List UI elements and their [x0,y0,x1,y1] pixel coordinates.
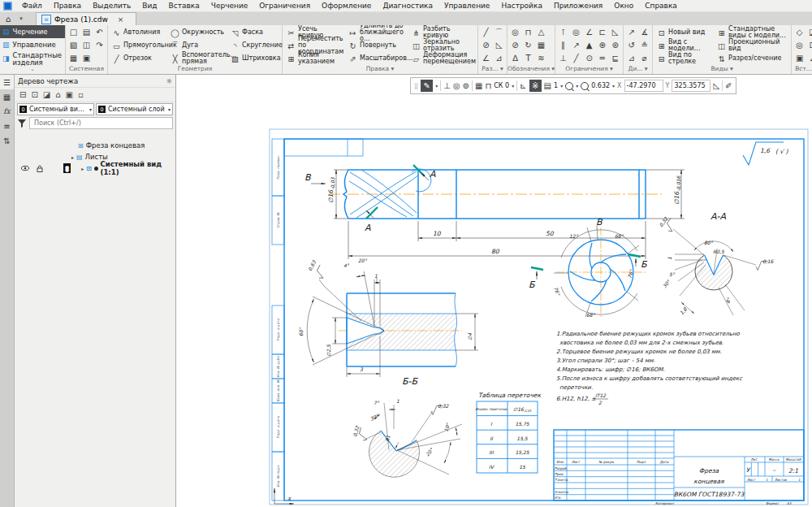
section-view-button[interactable]: ⇅Разрез/сечение [715,52,789,65]
coordinate-system-icon[interactable]: ⊓ [485,81,491,90]
layers-panel-icon[interactable]: ≡ [0,119,14,133]
mode-management[interactable]: ▥ Управление [0,38,65,51]
angle-20[interactable]: 20° [358,258,368,263]
layer-dropdown-icon[interactable]: ▾ [560,83,563,89]
roughness-032-right[interactable]: 0,32 [438,403,450,409]
current-layer-dropdown[interactable]: 0 Системный слой ▾ [96,103,173,115]
print-icon[interactable]: ▤ [80,26,93,38]
move-by-coords-button[interactable]: ⇄Переместить по координатам [284,39,346,52]
equal-length-icon[interactable]: = [596,52,608,64]
angle-7[interactable]: 7° [374,400,380,405]
projection-view-button[interactable]: ◫Проекционный вид [715,39,789,52]
tech-req-line[interactable]: 2.Торцевое биение режущих кромок не боле… [556,349,722,355]
snap-toggle-icon[interactable]: ※ [529,80,542,92]
deform-button[interactable]: ▱Деформация перемещением [409,52,476,65]
dim-1[interactable]: 1 [396,398,400,404]
regrind-row-value[interactable]: 15,75 [515,421,529,427]
fix-circle-icon[interactable]: ⊙ [583,52,595,64]
menu-view[interactable]: Вид [136,2,162,10]
autoline-button[interactable]: ∿Автолиния [110,26,168,39]
open-document-icon[interactable]: ▧ [67,39,80,51]
save-icon[interactable]: ▦ [67,52,80,64]
menu-constraints[interactable]: Ограничения [253,2,316,10]
tech-req-line[interactable]: хвостовика не более 0,03 мм для 2-х смеж… [559,340,723,346]
scale-button[interactable]: ⇗Масштабиров... [346,52,409,65]
view-from-model-button[interactable]: ⊞Вид с модели... [654,39,715,52]
app-logo-icon[interactable] [3,2,12,11]
roughness-parenthesis[interactable]: ( √ ) [775,148,788,155]
tech-req-line[interactable]: 4.Маркировать: шифр; ∅16; ВК6ОМ. [556,366,665,373]
angle-5[interactable]: 5° [669,271,676,277]
parallel-icon[interactable]: ∥ [557,39,569,51]
dim-1[interactable]: 1 [374,273,378,279]
snap-perpendicular-icon[interactable]: ⊥ [443,81,451,90]
angle-60[interactable]: 60° [298,327,304,336]
middle-point-icon[interactable]: ⊛ [609,39,621,51]
variables-panel-icon[interactable]: fx [0,104,14,119]
menu-applications[interactable]: Приложения [548,2,608,10]
new-view-button[interactable]: ⊡Новый вид [654,26,715,39]
tree-panel-icon[interactable]: ☰ [0,75,14,89]
insert-detail-icon[interactable]: ⊿ [806,52,812,64]
check-overlap-icon[interactable]: ≗ [638,39,650,51]
zoom-value-dropdown-icon[interactable]: ▾ [612,83,615,89]
axis-icon[interactable]: △ [535,26,547,38]
mode-chevron-icon[interactable]: ⌄ [0,67,65,73]
part-name-line2[interactable]: концевая [693,478,724,485]
chamfer-button[interactable]: ◹Фаска [228,26,280,39]
tree-item-system-view[interactable]: ●● ▸ ⊡ Системный вид (1:1) [15,162,175,174]
tree-filter-insert-icon[interactable]: ▣ [66,90,73,99]
rectangle-button[interactable]: ▭Прямоугольник [110,39,168,52]
section-label-a[interactable]: А [430,169,436,180]
regrind-col1-header[interactable]: Индекс переточки [476,407,508,411]
current-layer-value[interactable]: 1 [554,82,558,89]
change-order-icon[interactable]: ⇅ [0,133,14,148]
cs-dropdown-icon[interactable]: ▾ [512,83,514,89]
insert-view-icon[interactable]: ◎ [793,39,806,51]
equal-radius-icon[interactable]: ⊕ [596,39,608,51]
new-document-icon[interactable]: □ [67,26,80,38]
insert-fragment-icon[interactable]: ◇ [793,26,806,38]
insert-picture-icon[interactable]: ▣ [793,52,806,64]
tech-req-line[interactable]: 5.После износа к шифру добавлять соответ… [556,375,743,382]
menu-management[interactable]: Управление [438,2,495,10]
segment-button[interactable]: ╱Отрезок [110,52,168,65]
menu-window[interactable]: Окно [608,2,639,10]
section-aa-title[interactable]: А-А [710,211,726,222]
fix-point-icon[interactable]: ▲ [583,39,595,51]
zoom-scale-icon[interactable] [581,82,589,90]
measure-diameter-icon[interactable]: ⌀ [638,52,650,64]
tree-filter-macro-icon[interactable]: ⌂ [55,90,60,99]
leader-icon[interactable]: ∆ [509,52,521,64]
redo-icon[interactable]: ↷ [93,39,106,51]
visibility-eye-icon[interactable] [21,165,29,171]
construction-line-button[interactable]: ╳Вспомогатель... прямая [168,52,228,65]
cut-line-icon[interactable]: ⊓ [522,26,534,38]
home-icon[interactable]: ⌂ [0,12,16,25]
lock-icon[interactable] [37,165,43,172]
section-label-a[interactable]: А [365,223,371,233]
mirror-button[interactable]: ◫Зеркально отразить [409,39,476,52]
document-tab[interactable]: ⊞ Фреза (1).cdw × [36,12,136,25]
dim-80[interactable]: 80 [491,248,500,255]
section-bb-title[interactable]: Б-Б [402,376,419,387]
tb-scale-value[interactable]: 2:1 [788,467,798,474]
toolbar-grip-icon[interactable]: ⣿ [414,83,418,89]
save-as-icon[interactable]: ▣ [80,52,93,64]
dim-10[interactable]: 10 [433,230,442,237]
arc-button[interactable]: ⌒Дуга [168,39,228,52]
angle-4[interactable]: 4° [343,262,350,268]
tab-close-icon[interactable]: × [118,15,124,24]
radius-r05[interactable]: R0,5 [713,249,725,254]
tree-item-document[interactable]: ⊞ Фреза концевая [15,140,175,151]
arc-dim-icon[interactable]: ⌒ [493,26,505,38]
snap-center-icon[interactable]: ⊚ [463,81,469,90]
y-coordinate-field[interactable]: 325.3575 [672,80,710,92]
symmetry-icon[interactable]: ⊏ [596,26,608,38]
zoom-value[interactable]: 0.632 [591,82,610,89]
filter-funnel-icon[interactable] [17,119,27,128]
diameter-dim-icon[interactable]: ⊘ [480,39,492,51]
home-dropdown-icon[interactable]: ▾ [16,12,26,25]
ortho-mode-icon[interactable]: ⊾ [520,81,526,90]
regrind-row-value[interactable]: 15,25 [515,449,529,455]
